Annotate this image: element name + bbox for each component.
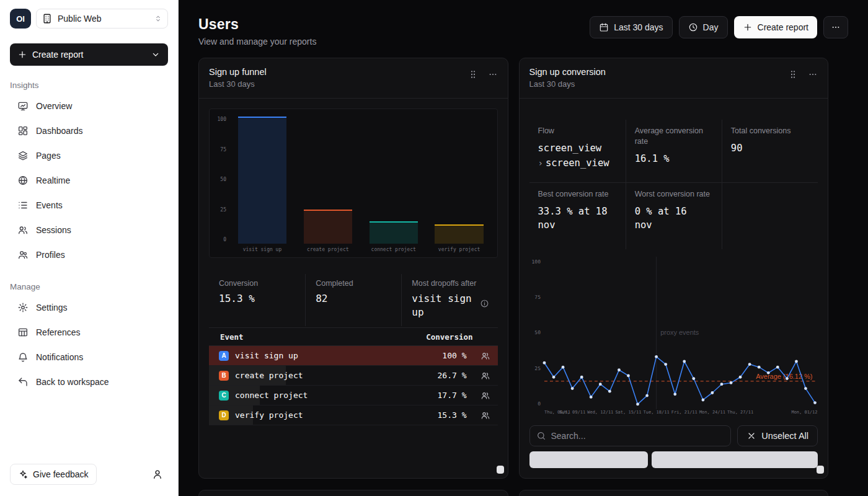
sidebar-item-label: Dashboards [36,126,83,136]
sidebar-item-notifications[interactable]: Notifications [10,345,168,370]
give-feedback-label: Give feedback [33,469,89,479]
series-chip[interactable] [529,451,648,468]
sessions-icon [17,224,29,236]
sidebar-item-realtime[interactable]: Realtime [10,168,168,193]
create-report-button-sidebar[interactable]: Create report [10,43,168,66]
funnel-table-header: Event Conversion [209,327,498,346]
sidebar-item-label: Sessions [36,225,71,235]
dashboards-icon [17,125,29,136]
profile-button[interactable] [147,464,168,485]
stat-value: 33.3 % at 18 nov [538,205,608,232]
svg-text:Sat, 15/11: Sat, 15/11 [615,410,641,415]
pages-icon [17,150,29,161]
stat-label: Worst conversion rate [635,189,713,200]
page-header: Users View and manage your reports Last … [198,16,848,46]
stat-worst-conversion-rate: Worst conversion rate 0 % at 16 nov [626,182,722,249]
card-title: Sign up conversion [529,67,606,77]
series-chip[interactable] [652,451,818,468]
sidebar-item-label: Events [36,200,63,210]
series-chips-partial [529,451,818,468]
event-conversion: 17.7 % [438,391,467,400]
drag-handle-icon[interactable] [468,69,478,79]
chevron-down-icon [151,50,161,60]
header-actions: Last 30 days Day Create report [590,16,848,38]
funnel-table-row[interactable]: Dverify project15.3 % [209,405,498,425]
event-badge: D [219,410,229,420]
stat-empty [722,182,818,249]
app-window: OI Public Web Create report InsightsOver… [0,0,868,496]
sidebar-item-label: Back to workspace [36,377,109,387]
funnel-table-row[interactable]: Bcreate project26.7 % [209,366,498,386]
conversion-line-chart: 0255075100proxy eventsAverage (16.12 %)T… [529,254,818,417]
card-stub [519,490,829,496]
event-conversion: 15.3 % [438,410,467,420]
funnel-table-row[interactable]: Cconnect project17.7 % [209,386,498,405]
funnel-table: Event Conversion Avisit sign up100 %Bcre… [209,327,498,425]
sidebar-item-dashboards[interactable]: Dashboards [10,118,168,143]
sidebar-item-references[interactable]: References [10,320,168,345]
ellipsis-icon[interactable] [488,69,498,79]
sidebar-item-back-to-workspace[interactable]: Back to workspace [10,370,168,394]
workspace-row: OI Public Web [10,9,168,29]
interval-button[interactable]: Day [679,16,728,38]
reports-grid: Sign up funnel Last 30 days 1007550250 v… [198,58,828,479]
funnel-card: Sign up funnel Last 30 days 1007550250 v… [198,58,508,479]
x-icon [746,431,756,441]
sidebar-item-overview[interactable]: Overview [10,94,168,118]
users-icon[interactable] [473,410,498,420]
search-input[interactable] [551,431,725,441]
card-subtitle: Last 30 days [529,79,606,89]
give-feedback-button[interactable]: Give feedback [10,464,97,485]
create-report-button[interactable]: Create report [734,16,817,38]
unselect-all-button[interactable]: Unselect All [737,425,818,446]
workspace-selector[interactable]: Public Web [36,9,168,29]
svg-text:50: 50 [534,330,541,336]
sidebar-item-pages[interactable]: Pages [10,143,168,168]
sidebar-item-settings[interactable]: Settings [10,295,168,320]
create-report-header-label: Create report [758,22,808,32]
drag-handle-icon[interactable] [788,69,798,79]
scrollbar-thumb[interactable] [817,466,824,474]
users-icon[interactable] [473,351,498,361]
funnel-bar: visit sign up [229,117,295,255]
sidebar-item-sessions[interactable]: Sessions [10,218,168,242]
create-report-label: Create report [32,50,146,60]
date-range-button[interactable]: Last 30 days [590,16,672,38]
overview-icon [17,100,29,112]
sidebar-nav: InsightsOverviewDashboardsPagesRealtimeE… [10,66,168,394]
stat-label: Average conversion rate [635,126,713,147]
funnel-table-row[interactable]: Avisit sign up100 % [209,346,498,366]
svg-text:0: 0 [538,401,541,407]
unselect-all-label: Unselect All [761,431,808,441]
column-header-event: Event [220,332,426,342]
more-options-button[interactable] [823,16,848,38]
funnel-bar-label: connect project [361,244,427,255]
svg-text:100: 100 [531,259,541,265]
funnel-stat-dropoffs: Most dropoffs after visit sign up [401,274,497,326]
chevron-right-icon: › [538,157,543,169]
app-logo-text: OI [16,14,25,24]
event-name: visit sign up [235,351,436,360]
event-name: verify project [235,410,432,420]
references-icon [17,327,29,338]
y-axis-tick: 25 [220,207,226,213]
ellipsis-icon[interactable] [808,69,818,79]
users-icon[interactable] [473,371,498,381]
app-logo[interactable]: OI [10,9,31,29]
workspace-name: Public Web [58,14,102,24]
event-badge: B [219,371,229,381]
info-icon[interactable] [480,299,489,308]
stat-value: screen_view [538,141,617,155]
stat-label: Conversion [219,279,296,288]
scrollbar-thumb[interactable] [497,466,504,474]
funnel-bar: verify project [427,117,492,255]
sidebar-item-profiles[interactable]: Profiles [10,242,168,267]
main-content: Users View and manage your reports Last … [179,0,868,496]
search-icon [536,431,546,441]
search-box [529,425,732,446]
sidebar-item-events[interactable]: Events [10,193,168,218]
sidebar-item-label: Profiles [36,250,65,260]
users-icon[interactable] [473,391,498,401]
clock-icon [688,22,698,32]
funnel-bar-label: visit sign up [229,244,295,255]
